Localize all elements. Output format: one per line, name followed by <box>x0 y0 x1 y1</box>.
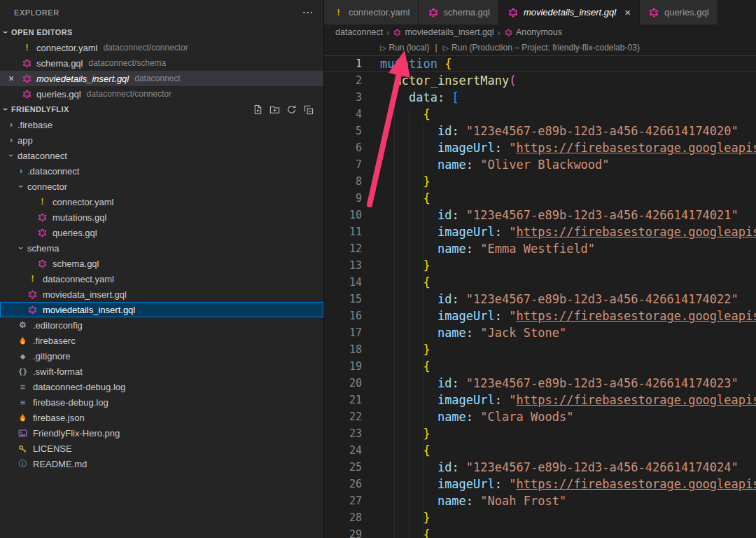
code-line[interactable]: 25 id: "123e4567-e89b-12d3-a456-42661417… <box>324 459 756 476</box>
tree-item-firebase[interactable]: ›.firebase <box>0 117 323 132</box>
tree-item-swift-format[interactable]: ›{}.swift-format <box>0 364 323 379</box>
graphql-icon <box>36 213 48 222</box>
code-line[interactable]: 16 imageUrl: "https://firebasestorage.go… <box>324 308 756 324</box>
tree-item-gitignore[interactable]: ›◆.gitignore <box>0 348 323 364</box>
tree-item-friendlyflix-hero-png[interactable]: ›FriendlyFlix-Hero.png <box>0 425 323 441</box>
tree-item-mutations-gql[interactable]: ›mutations.gql <box>0 209 323 225</box>
code-line[interactable]: 8 } <box>324 173 756 190</box>
tree-item-dataconnect-yaml[interactable]: ›!dataconnect.yaml <box>0 271 323 287</box>
tree-item-schema[interactable]: ›schema <box>0 240 323 256</box>
code-text: imageUrl: "https://firebasestorage.googl… <box>380 476 756 492</box>
tree-item-license[interactable]: ›LICENSE <box>0 441 323 456</box>
tree-label: dataconnect <box>18 151 67 161</box>
tree-item-dataconnect-debug-log[interactable]: ›≡dataconnect-debug.log <box>0 379 323 394</box>
open-editors-section-header[interactable]: › OPEN EDITORS <box>0 25 323 40</box>
warning-icon: ! <box>27 274 38 284</box>
tab-connector-yaml[interactable]: !connector.yaml <box>324 0 419 25</box>
tree-item-firebase-debug-log[interactable]: ›≡firebase-debug.log <box>0 394 323 410</box>
code-line[interactable]: 11 imageUrl: "https://firebasestorage.go… <box>324 223 756 240</box>
code-text: { <box>380 190 756 207</box>
close-icon[interactable]: × <box>6 71 17 86</box>
tab-moviedetails-insert-gql[interactable]: moviedetails_insert.gql× <box>499 0 640 25</box>
chevron-right-icon: › <box>498 27 500 38</box>
code-line[interactable]: 1mutation { <box>324 55 756 72</box>
tree-item-moviedata-insert-gql[interactable]: ›moviedata_insert.gql <box>0 287 323 302</box>
code-text: name: "Oliver Blackwood" <box>380 156 756 173</box>
code-line[interactable]: 14 { <box>324 274 756 291</box>
code-line[interactable]: 7 name: "Oliver Blackwood" <box>324 156 756 173</box>
code-line[interactable]: 24 { <box>324 442 756 459</box>
line-number: 9 <box>324 190 380 207</box>
code-line[interactable]: 15 id: "123e4567-e89b-12d3-a456-42661417… <box>324 291 756 308</box>
code-line[interactable]: 28 } <box>324 509 756 526</box>
code-line[interactable]: 19 { <box>324 358 756 375</box>
code-line[interactable]: 18 } <box>324 341 756 358</box>
run-production-link[interactable]: ▷Run (Production – Project: friendly-fli… <box>443 43 640 53</box>
tree-item-queries-gql[interactable]: ›queries.gql <box>0 225 323 240</box>
code-line[interactable]: 6 imageUrl: "https://firebasestorage.goo… <box>324 139 756 156</box>
tree-label: moviedetails_insert.gql <box>43 305 135 315</box>
graphql-icon <box>21 59 33 68</box>
breadcrumb-item-anonymous[interactable]: Anonymous <box>504 27 562 37</box>
code-line[interactable]: 3 data: [ <box>324 89 756 106</box>
code-line[interactable]: 20 id: "123e4567-e89b-12d3-a456-42661417… <box>324 375 756 392</box>
code-line[interactable]: 22 name: "Clara Woods" <box>324 408 756 425</box>
code-line[interactable]: 10 id: "123e4567-e89b-12d3-a456-42661417… <box>324 207 756 223</box>
new-folder-icon[interactable] <box>270 104 280 115</box>
graphql-icon <box>648 8 660 18</box>
code-line[interactable]: 13 } <box>324 257 756 274</box>
run-local-link[interactable]: ▷Run (local) <box>380 43 430 53</box>
open-editor-connector-yaml[interactable]: !connector.yamldataconnect/connector <box>0 40 323 55</box>
open-editor-schema-gql[interactable]: schema.gqldataconnect/schema <box>0 55 323 71</box>
open-editor-description: dataconnect/connector <box>87 89 172 99</box>
code-text: } <box>380 425 756 442</box>
chevron-down-icon: › <box>15 242 27 254</box>
tab-queries-gql[interactable]: queries.gql <box>640 0 718 25</box>
code-line[interactable]: 5 id: "123e4567-e89b-12d3-a456-426614174… <box>324 123 756 139</box>
code-line[interactable]: 9 { <box>324 190 756 207</box>
tree-item-editorconfig[interactable]: ›⚙.editorconfig <box>0 317 323 333</box>
tree-item-dataconnect[interactable]: ›.dataconnect <box>0 163 323 179</box>
code-line[interactable]: 21 imageUrl: "https://firebasestorage.go… <box>324 392 756 408</box>
image-icon <box>17 429 29 438</box>
open-editor-queries-gql[interactable]: queries.gqldataconnect/connector <box>0 86 323 102</box>
breadcrumb-item-moviedetails-insert-gql[interactable]: moviedetails_insert.gql <box>393 27 493 37</box>
file-tree: ›.firebase›app›dataconnect›.dataconnect›… <box>0 117 323 471</box>
collapse-all-icon[interactable] <box>303 104 314 115</box>
more-actions-icon[interactable]: ⋯ <box>302 7 314 18</box>
folder-section-header[interactable]: › FRIENDLYFLIX <box>0 102 323 117</box>
code-text: imageUrl: "https://firebasestorage.googl… <box>380 223 756 240</box>
tree-item-dataconnect[interactable]: ›dataconnect <box>0 148 323 163</box>
close-icon[interactable]: × <box>624 6 631 18</box>
tree-item-firebaserc[interactable]: ›.firebaserc <box>0 333 323 348</box>
code-line[interactable]: 29 { <box>324 526 756 538</box>
tree-item-moviedetails-insert-gql[interactable]: ›moviedetails_insert.gql <box>0 302 323 317</box>
tree-label: .firebase <box>18 120 52 130</box>
tree-item-firebase-json[interactable]: ›firebase.json <box>0 410 323 425</box>
new-file-icon[interactable] <box>253 104 263 115</box>
run-production-label: Run (Production – Project: friendly-flix… <box>451 43 640 53</box>
code-line[interactable]: 23 } <box>324 425 756 442</box>
breadcrumb-item-dataconnect[interactable]: dataconnect <box>335 27 383 37</box>
code-editor[interactable]: 1mutation {2 actor_insertMany(3 data: [4… <box>324 55 756 538</box>
code-text: name: "Noah Frost" <box>380 492 756 509</box>
code-text: name: "Clara Woods" <box>380 408 756 425</box>
code-line[interactable]: 26 imageUrl: "https://firebasestorage.go… <box>324 476 756 492</box>
code-line[interactable]: 2 actor_insertMany( <box>324 72 756 89</box>
code-line[interactable]: 17 name: "Jack Stone" <box>324 324 756 341</box>
code-line[interactable]: 4 { <box>324 106 756 123</box>
indent-guide <box>394 72 395 538</box>
tree-item-schema-gql[interactable]: ›schema.gql <box>0 256 323 271</box>
chevron-down-icon: › <box>0 104 11 115</box>
tab-schema-gql[interactable]: schema.gql <box>419 0 498 25</box>
tab-label: moviedetails_insert.gql <box>524 7 616 18</box>
code-line[interactable]: 27 name: "Noah Frost" <box>324 492 756 509</box>
tree-item-connector-yaml[interactable]: ›!connector.yaml <box>0 194 323 209</box>
tree-item-readme-md[interactable]: ›ⓘREADME.md <box>0 456 323 471</box>
open-editor-label: connector.yaml <box>36 43 97 53</box>
code-line[interactable]: 12 name: "Emma Westfield" <box>324 240 756 257</box>
refresh-icon[interactable] <box>286 104 297 115</box>
tree-item-app[interactable]: ›app <box>0 132 323 148</box>
tree-item-connector[interactable]: ›connector <box>0 179 323 194</box>
open-editor-moviedetails-insert-gql[interactable]: ×moviedetails_insert.gqldataconnect <box>0 71 323 86</box>
